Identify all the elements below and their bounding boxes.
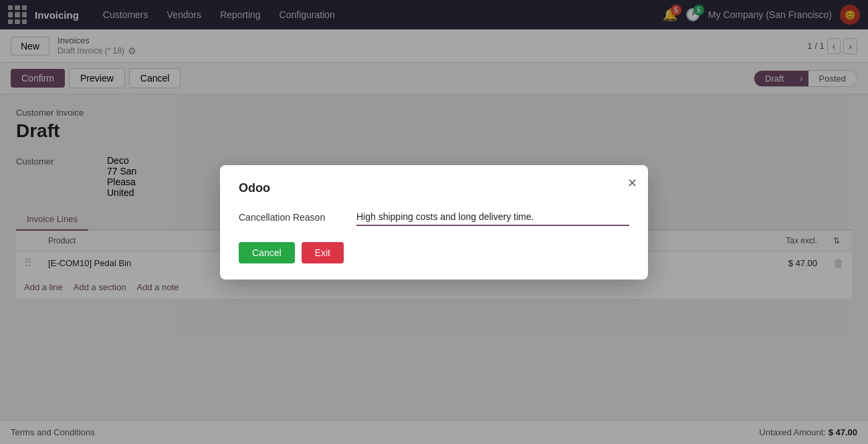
cancellation-reason-input[interactable]	[356, 209, 629, 226]
modal-actions: Cancel Exit	[239, 242, 629, 263]
modal-close-button[interactable]: ✕	[627, 176, 637, 191]
modal-title: Odoo	[239, 181, 629, 195]
cancellation-reason-label: Cancellation Reason	[239, 212, 346, 223]
modal-field: Cancellation Reason	[239, 209, 629, 226]
modal-overlay: Odoo ✕ Cancellation Reason Cancel Exit	[0, 0, 868, 362]
modal-cancel-button[interactable]: Cancel	[239, 242, 295, 263]
modal-exit-button[interactable]: Exit	[302, 242, 344, 263]
modal-dialog: Odoo ✕ Cancellation Reason Cancel Exit	[220, 165, 648, 280]
